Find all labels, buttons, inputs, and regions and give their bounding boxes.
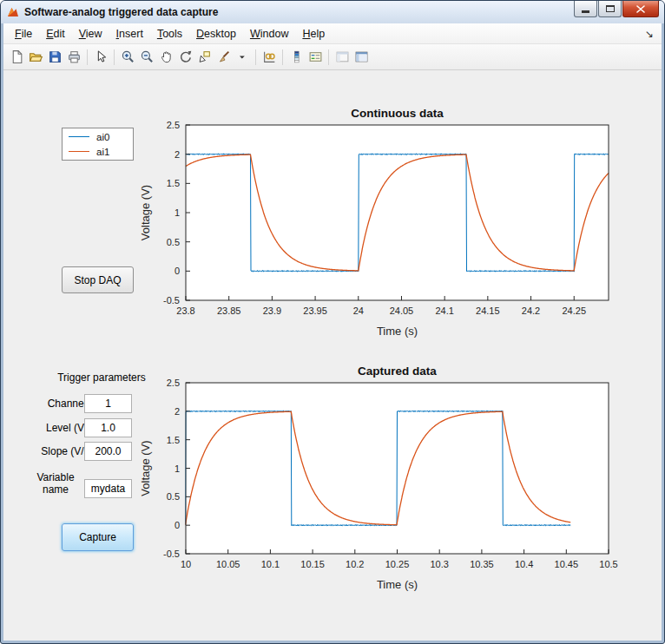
- insert-legend-button[interactable]: [306, 47, 325, 68]
- x-axis-label: Time (s): [377, 578, 418, 591]
- chart-title: Continuous data: [351, 107, 444, 120]
- dock-figure-arrow[interactable]: ↘: [645, 28, 662, 40]
- menu-window[interactable]: Window: [243, 24, 295, 43]
- show-plot-tools-button[interactable]: [352, 47, 371, 68]
- edit-plot-icon: [94, 49, 109, 64]
- figure-window: Software-analog triggered data capture F…: [0, 0, 665, 644]
- legend-label: ai0: [96, 132, 109, 142]
- y-tick-label: 2: [174, 406, 180, 417]
- brush-icon: [216, 49, 231, 64]
- save-figure-icon: [48, 49, 63, 64]
- toolbar-separator: [114, 49, 115, 65]
- legend-entry-ai0: ai0: [69, 131, 127, 143]
- x-tick-label: 24.05: [390, 306, 414, 316]
- x-tick-label: 23.95: [303, 306, 327, 316]
- y-tick-label: 2.5: [167, 120, 180, 130]
- legend-line-sample: [69, 151, 89, 152]
- x-tick-label: 23.85: [217, 306, 241, 316]
- menu-edit[interactable]: Edit: [39, 24, 72, 43]
- variable-name-input[interactable]: [84, 479, 132, 498]
- x-tick-label: 24.2: [522, 306, 540, 316]
- level-input[interactable]: [84, 418, 132, 437]
- window-controls: [573, 1, 659, 17]
- brush-dropdown-icon: [239, 49, 246, 64]
- zoom-in-button[interactable]: [118, 47, 137, 68]
- close-button[interactable]: [622, 1, 659, 17]
- print-figure-button[interactable]: [64, 47, 83, 68]
- y-tick-label: -0.5: [163, 549, 180, 559]
- y-tick-label: 0: [174, 266, 180, 276]
- brush-button[interactable]: [214, 47, 233, 68]
- menu-desktop[interactable]: Desktop: [189, 24, 243, 43]
- rotate-3d-button[interactable]: [175, 47, 194, 68]
- y-tick-label: -0.5: [163, 295, 180, 306]
- insert-colorbar-button[interactable]: [286, 47, 306, 68]
- link-plot-icon: [262, 49, 277, 64]
- toolbar-separator: [87, 49, 88, 65]
- menu-file[interactable]: File: [8, 24, 39, 43]
- show-plot-tools-icon: [354, 49, 369, 64]
- toolbar-separator: [282, 49, 283, 65]
- x-tick-label: 24: [353, 306, 364, 316]
- toolbar: [3, 44, 662, 70]
- x-tick-label: 10.3: [430, 559, 448, 569]
- x-tick-label: 10.1: [261, 559, 280, 569]
- x-tick-label: 10.2: [346, 559, 364, 569]
- pan-button[interactable]: [156, 47, 175, 68]
- menu-help[interactable]: Help: [295, 24, 332, 43]
- menu-view[interactable]: View: [72, 24, 109, 43]
- new-figure-button[interactable]: [7, 47, 26, 68]
- capture-button[interactable]: Capture: [62, 523, 134, 551]
- window-title: Software-analog triggered data capture: [24, 6, 218, 18]
- y-tick-label: 1: [174, 463, 180, 474]
- y-tick-label: 0.5: [167, 237, 180, 247]
- insert-legend-icon: [308, 49, 323, 64]
- stop-daq-button[interactable]: Stop DAQ: [62, 266, 134, 293]
- toolbar-separator: [255, 49, 256, 65]
- menu-tools[interactable]: Tools: [150, 24, 189, 43]
- zoom-out-button[interactable]: [137, 47, 156, 68]
- plot-legend[interactable]: ai0ai1: [62, 128, 134, 161]
- open-file-button[interactable]: [26, 47, 45, 68]
- x-tick-label: 10.4: [515, 559, 533, 569]
- channel-input[interactable]: [84, 394, 132, 413]
- new-figure-icon: [10, 49, 24, 64]
- menubar-items: FileEditViewInsertToolsDesktopWindowHelp: [8, 23, 332, 43]
- x-tick-label: 24.25: [562, 306, 586, 316]
- y-axis-label: Voltage (V): [139, 185, 152, 240]
- data-cursor-button[interactable]: [194, 47, 214, 68]
- hide-plot-tools-button[interactable]: [332, 47, 352, 68]
- maximize-button[interactable]: [598, 1, 622, 17]
- x-tick-label: 24.1: [435, 306, 453, 316]
- x-tick-label: 10.05: [216, 559, 240, 569]
- close-icon: [636, 5, 645, 13]
- open-file-icon: [29, 49, 43, 64]
- y-tick-label: 1: [174, 207, 180, 218]
- matlab-icon: [6, 5, 20, 19]
- save-figure-button[interactable]: [45, 47, 64, 68]
- menu-insert[interactable]: Insert: [109, 24, 150, 43]
- minimize-icon: [582, 10, 589, 13]
- data-cursor-icon: [197, 49, 212, 64]
- link-plot-button[interactable]: [260, 47, 279, 68]
- edit-plot-button[interactable]: [91, 47, 110, 68]
- y-axis-label: Voltage (V): [139, 440, 152, 496]
- titlebar[interactable]: Software-analog triggered data capture: [1, 1, 664, 23]
- x-tick-label: 24.15: [476, 306, 500, 316]
- slope-input[interactable]: [84, 442, 132, 461]
- legend-entry-ai1: ai1: [69, 146, 127, 158]
- x-tick-label: 10.15: [300, 559, 325, 569]
- y-tick-label: 1.5: [167, 435, 180, 445]
- chart-captured-data: 1010.0510.110.1510.210.2510.310.3510.410…: [134, 361, 637, 597]
- y-tick-label: 1.5: [167, 178, 180, 188]
- legend-line-sample: [69, 136, 89, 137]
- brush-dropdown-button[interactable]: [233, 47, 252, 68]
- print-figure-icon: [67, 49, 82, 64]
- hide-plot-tools-icon: [335, 49, 350, 64]
- figure-canvas: 23.823.8523.923.952424.0524.124.1524.224…: [3, 70, 662, 641]
- x-tick-label: 10.25: [385, 559, 410, 569]
- minimize-button[interactable]: [574, 1, 597, 17]
- screen: Software-analog triggered data capture F…: [0, 0, 665, 644]
- zoom-out-icon: [140, 49, 155, 64]
- trigger-parameters-heading: Trigger parameters: [21, 371, 182, 384]
